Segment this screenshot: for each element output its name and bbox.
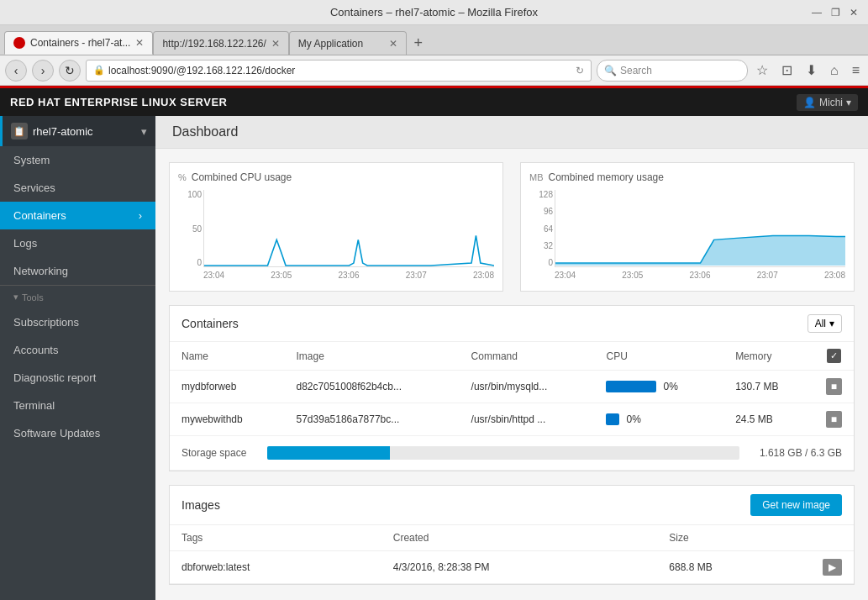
logs-label: Logs <box>13 237 37 250</box>
image-tag-1: dbforweb:latest <box>170 551 381 584</box>
tab-label-1: Containers - rhel7-at... <box>30 37 130 49</box>
maximize-button[interactable]: ❐ <box>829 7 841 18</box>
charts-row: % Combined CPU usage 100 50 0 <box>169 162 855 292</box>
search-icon: 🔍 <box>604 65 617 76</box>
table-row: mydbforweb d82c7051008f62b4cb... /usr/bi… <box>170 371 854 403</box>
stop-button-1[interactable]: ■ <box>826 378 842 395</box>
image-created-1: 4/3/2016, 8:28:38 PM <box>381 551 658 584</box>
browser-titlebar: Containers – rhel7-atomic – Mozilla Fire… <box>0 0 868 25</box>
svg-marker-0 <box>555 235 845 266</box>
cpu-bar-1 <box>606 381 656 392</box>
sidebar-host[interactable]: 📋 rhel7-atomic ▾ <box>0 116 155 146</box>
th-image: Image <box>285 342 460 371</box>
tab-label-2: http://192.168.122.126/ <box>162 38 266 50</box>
sidebar-item-software-updates[interactable]: Software Updates <box>0 419 155 447</box>
page-header: Dashboard <box>155 116 868 149</box>
tab-close-2[interactable]: ✕ <box>271 38 280 50</box>
services-label: Services <box>13 182 55 194</box>
memory-x-labels: 23:04 23:05 23:06 23:07 23:08 <box>555 267 845 282</box>
tab-label-3: My Application <box>298 38 363 50</box>
close-button[interactable]: ✕ <box>848 7 860 18</box>
home-sync-icon[interactable]: ⊡ <box>778 61 796 80</box>
url-lock-icon: 🔒 <box>93 65 105 76</box>
storage-row: Storage space 1.618 GB / 6.3 GB <box>170 436 854 471</box>
container-name-2: mywebwithdb <box>170 403 285 436</box>
new-tab-button[interactable]: + <box>407 31 430 55</box>
cpu-bar-2 <box>606 413 619 425</box>
sidebar-item-networking[interactable]: Networking <box>0 257 155 285</box>
sidebar-tools-section[interactable]: ▾ Tools <box>0 286 155 308</box>
forward-button[interactable]: › <box>32 60 54 82</box>
cpu-value-1: 0% <box>663 381 677 392</box>
home-icon[interactable]: ⌂ <box>827 61 842 80</box>
software-updates-label: Software Updates <box>13 427 100 439</box>
containers-section-title: Containers <box>181 317 239 330</box>
networking-label: Networking <box>13 265 68 277</box>
host-label: rhel7-atomic <box>33 125 93 138</box>
th-name: Name <box>170 342 285 371</box>
containers-table: Name Image Command CPU Memory ✓ mydb <box>170 342 854 436</box>
sidebar-item-terminal[interactable]: Terminal <box>0 392 155 419</box>
host-chevron-icon: ▾ <box>141 125 147 138</box>
container-cpu-2: 0% <box>594 403 723 436</box>
cpu-x-labels: 23:04 23:05 23:06 23:07 23:08 <box>203 267 494 282</box>
images-section-title: Images <box>181 498 220 512</box>
refresh-button[interactable]: ↻ <box>59 60 81 82</box>
memory-y-labels: 128 96 64 32 0 <box>529 190 553 267</box>
container-image-1: d82c7051008f62b4cb... <box>285 371 460 403</box>
sidebar-item-containers[interactable]: Containers › <box>0 202 155 229</box>
diagnostic-label: Diagnostic report <box>13 371 96 384</box>
sidebar-item-diagnostic[interactable]: Diagnostic report <box>0 364 155 392</box>
browser-tabs: Containers - rhel7-at... ✕ http://192.16… <box>0 25 868 55</box>
app-title: RED HAT ENTERPRISE LINUX SERVER <box>10 96 227 108</box>
app-header: RED HAT ENTERPRISE LINUX SERVER 👤 Michi … <box>0 86 868 116</box>
tab-close-3[interactable]: ✕ <box>389 38 397 50</box>
cpu-chart-inner <box>203 190 494 267</box>
stop-button-2[interactable]: ■ <box>826 411 842 428</box>
username: Michi <box>819 97 843 108</box>
url-bar[interactable]: 🔒 localhost:9090/@192.168.122.126/docker… <box>86 60 592 82</box>
browser-tab-2[interactable]: http://192.168.122.126/ ✕ <box>153 31 288 55</box>
get-new-image-button[interactable]: Get new image <box>750 494 842 516</box>
sidebar-item-logs[interactable]: Logs <box>0 229 155 257</box>
cpu-chart-card: % Combined CPU usage 100 50 0 <box>169 162 503 292</box>
cpu-y-labels: 100 50 0 <box>178 190 202 267</box>
images-section-header: Images Get new image <box>170 486 854 525</box>
sidebar-item-accounts[interactable]: Accounts <box>0 336 155 364</box>
minimize-button[interactable]: — <box>811 7 823 18</box>
cpu-chart-title: % Combined CPU usage <box>178 171 494 183</box>
terminal-label: Terminal <box>13 399 55 412</box>
filter-chevron-icon: ▾ <box>829 318 834 329</box>
images-section: Images Get new image Tags Created Size <box>169 485 855 585</box>
memory-chart-title: MB Combined memory usage <box>529 171 845 183</box>
tab-close-1[interactable]: ✕ <box>135 37 144 49</box>
download-icon[interactable]: ⬇ <box>802 61 820 80</box>
container-image-2: 57d39a5186a7877bc... <box>285 403 460 436</box>
containers-section: Containers All ▾ Name Image Command CPU … <box>169 305 855 471</box>
cpu-value-2: 0% <box>626 413 640 425</box>
bookmark-icon[interactable]: ☆ <box>753 61 771 80</box>
sidebar-item-subscriptions[interactable]: Subscriptions <box>0 308 155 336</box>
storage-bar-background <box>267 446 739 460</box>
th-tags: Tags <box>170 525 381 551</box>
containers-label: Containers <box>13 209 66 222</box>
subscriptions-label: Subscriptions <box>13 316 79 329</box>
user-menu[interactable]: 👤 Michi ▾ <box>797 94 858 111</box>
image-size-1: 688.8 MB <box>657 551 811 584</box>
run-image-button-1[interactable]: ▶ <box>823 559 842 576</box>
th-action: ✓ <box>814 342 854 371</box>
menu-icon[interactable]: ≡ <box>849 61 863 80</box>
container-command-2: /usr/sbin/httpd ... <box>460 403 595 436</box>
th-memory: Memory <box>723 342 814 371</box>
browser-tab-1[interactable]: Containers - rhel7-at... ✕ <box>4 31 153 55</box>
sidebar-item-system[interactable]: System <box>0 146 155 174</box>
browser-tab-3[interactable]: My Application ✕ <box>289 31 407 55</box>
back-button[interactable]: ‹ <box>5 60 27 82</box>
search-bar[interactable]: 🔍 Search <box>597 60 748 82</box>
url-text: localhost:9090/@192.168.122.126/docker <box>108 65 572 76</box>
cpu-chart-area: 100 50 0 23:04 23:05 <box>178 190 494 282</box>
containers-filter[interactable]: All ▾ <box>808 314 842 333</box>
sidebar-item-services[interactable]: Services <box>0 174 155 202</box>
filter-label: All <box>815 318 826 329</box>
cpu-bar-container-2: 0% <box>606 413 712 425</box>
